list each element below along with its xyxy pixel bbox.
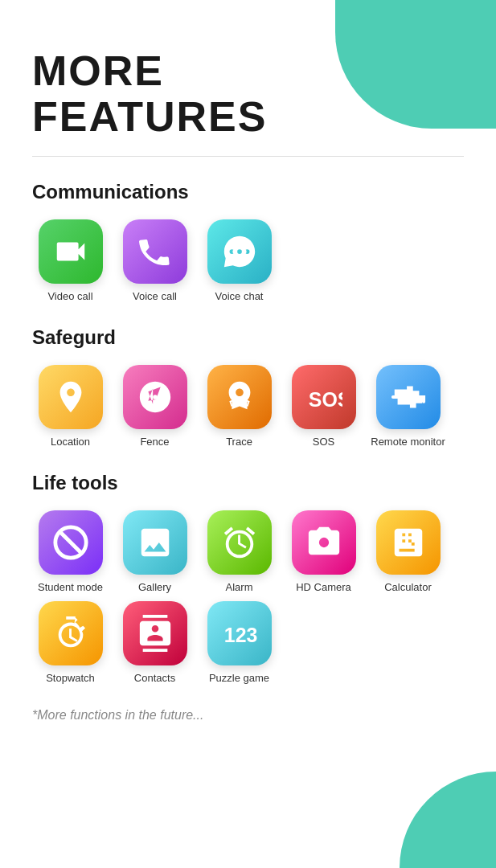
remote-monitor-label: Remote monitor — [371, 436, 445, 448]
features-grid-communications: Video call Voice callVoice chat — [32, 219, 464, 302]
section-safegurd: SafegurdLocationFenceTraceSOSSOSRemote m… — [32, 326, 464, 448]
feature-item-hd-camera[interactable]: HD Camera — [285, 510, 362, 593]
feature-item-location[interactable]: Location — [32, 365, 109, 448]
feature-item-alarm[interactable]: Alarm — [201, 510, 277, 593]
feature-item-trace[interactable]: Trace — [201, 365, 277, 448]
alarm-label: Alarm — [226, 581, 253, 593]
stopwatch-label: Stopwatch — [46, 672, 95, 684]
voice-chat-label: Voice chat — [215, 290, 264, 302]
voice-call-icon — [123, 219, 187, 284]
feature-item-voice-call[interactable]: Voice call — [117, 219, 193, 302]
calculator-label: Calculator — [384, 581, 432, 593]
video-call-icon — [39, 219, 103, 284]
section-life-tools: Life toolsStudent modeGalleryAlarmHD Cam… — [32, 472, 464, 684]
voice-chat-icon — [207, 219, 272, 284]
voice-call-label: Voice call — [133, 290, 177, 302]
location-label: Location — [51, 436, 90, 448]
sos-icon: SOS — [292, 365, 356, 429]
divider — [32, 156, 464, 157]
hd-camera-icon — [292, 510, 356, 575]
student-mode-icon — [39, 510, 103, 575]
fence-label: Fence — [140, 436, 169, 448]
fence-icon — [123, 365, 187, 429]
svg-point-3 — [153, 395, 158, 400]
feature-item-remote-monitor[interactable]: Remote monitor — [370, 365, 446, 448]
footer-note: *More functions in the future... — [32, 708, 464, 723]
section-title-safegurd: Safegurd — [32, 326, 464, 349]
gallery-label: Gallery — [138, 581, 171, 593]
section-communications: CommunicationsVideo call Voice callVoice… — [32, 181, 464, 302]
feature-item-gallery[interactable]: Gallery — [117, 510, 193, 593]
sos-label: SOS — [313, 436, 334, 448]
remote-monitor-icon — [376, 365, 441, 429]
student-mode-label: Student mode — [38, 581, 103, 593]
trace-label: Trace — [226, 436, 252, 448]
section-title-life-tools: Life tools — [32, 472, 464, 494]
stopwatch-icon — [39, 601, 103, 665]
hd-camera-label: HD Camera — [296, 581, 351, 593]
bottom-decoration — [400, 772, 496, 868]
feature-item-contacts[interactable]: Contacts — [117, 601, 193, 684]
feature-item-puzzle-game[interactable]: 123Puzzle game — [201, 601, 277, 684]
contacts-icon — [123, 601, 187, 665]
svg-line-6 — [59, 532, 81, 554]
features-grid-life-tools: Student modeGalleryAlarmHD CameraCalcula… — [32, 510, 464, 684]
puzzle-game-label: Puzzle game — [209, 672, 269, 684]
video-call-label: Video call — [47, 290, 92, 302]
svg-text:123: 123 — [223, 624, 257, 647]
svg-text:SOS: SOS — [308, 388, 342, 411]
feature-item-voice-chat[interactable]: Voice chat — [201, 219, 277, 302]
section-title-communications: Communications — [32, 181, 464, 203]
contacts-label: Contacts — [134, 672, 175, 684]
page-title: MORE FEATURES — [32, 48, 464, 140]
feature-item-stopwatch[interactable]: Stopwatch — [32, 601, 109, 684]
trace-icon — [207, 365, 272, 429]
feature-item-calculator[interactable]: Calculator — [370, 510, 446, 593]
feature-item-student-mode[interactable]: Student mode — [32, 510, 109, 593]
gallery-icon — [123, 510, 187, 575]
feature-item-fence[interactable]: Fence — [117, 365, 193, 448]
feature-item-video-call[interactable]: Video call — [32, 219, 109, 302]
feature-item-sos[interactable]: SOSSOS — [285, 365, 362, 448]
puzzle-game-icon: 123 — [207, 601, 272, 665]
calculator-icon — [376, 510, 441, 575]
features-grid-safegurd: LocationFenceTraceSOSSOSRemote monitor — [32, 365, 464, 448]
location-icon — [39, 365, 103, 429]
alarm-icon — [207, 510, 272, 575]
